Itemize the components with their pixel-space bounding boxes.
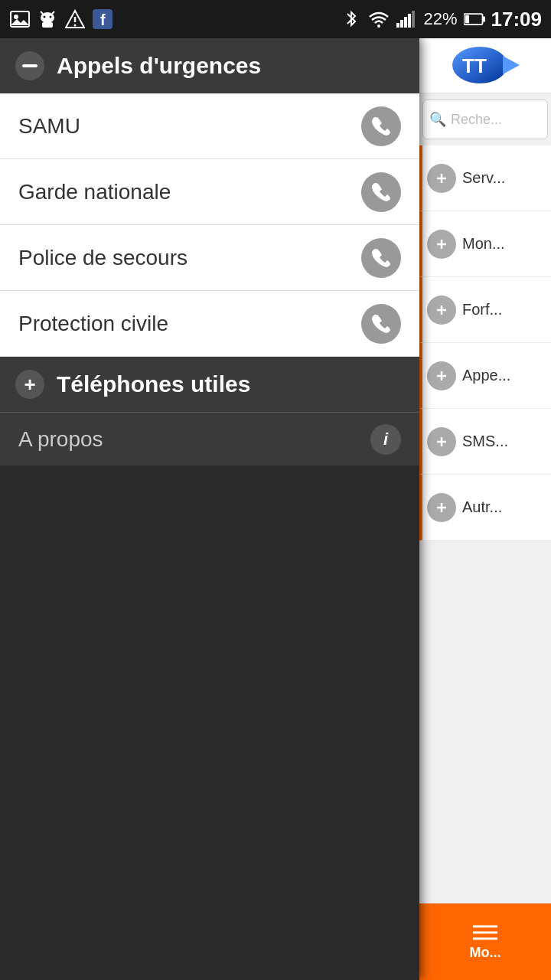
svg-rect-20 — [482, 17, 485, 22]
svg-point-1 — [14, 15, 18, 19]
svg-rect-7 — [42, 22, 53, 28]
police-secours-label: Police de secours — [18, 246, 187, 270]
svg-line-6 — [52, 11, 54, 14]
list-item-plus-icon-2 — [427, 296, 456, 325]
bluetooth-icon — [341, 8, 362, 30]
svg-point-10 — [74, 24, 77, 27]
list-item-plus-icon-5 — [427, 493, 456, 522]
tt-logo: TT — [451, 44, 520, 87]
protection-civile-item[interactable]: Protection civile — [0, 291, 419, 357]
status-bar: f — [0, 0, 551, 38]
left-panel: Appels d'urgences SAMU Garde nationale P… — [0, 38, 419, 980]
list-item-label-1: Mon... — [462, 235, 505, 253]
garde-nationale-label: Garde nationale — [18, 180, 171, 204]
telephones-utiles-plus-icon: + — [15, 370, 44, 399]
battery-icon — [464, 8, 485, 30]
collapse-icon[interactable] — [15, 51, 44, 80]
svg-rect-18 — [412, 11, 415, 28]
telephones-utiles-section[interactable]: + Téléphones utiles — [0, 357, 419, 412]
apropos-item[interactable]: A propos i — [0, 412, 419, 466]
tt-logo-area: TT — [419, 38, 551, 93]
list-item-2[interactable]: Forf... — [419, 277, 551, 343]
list-item-plus-icon-1 — [427, 230, 456, 259]
list-item-label-2: Forf... — [462, 301, 502, 318]
samu-label: SAMU — [18, 114, 80, 139]
list-item-1[interactable]: Mon... — [419, 211, 551, 277]
svg-rect-16 — [404, 17, 407, 28]
image-icon — [9, 8, 31, 30]
svg-point-13 — [377, 24, 380, 28]
info-icon: i — [370, 424, 401, 455]
svg-line-5 — [41, 11, 43, 14]
svg-rect-14 — [396, 23, 399, 28]
right-bottom-bar[interactable]: Mo... — [419, 903, 551, 980]
apropos-label: A propos — [18, 427, 103, 452]
list-item-4[interactable]: SMS... — [419, 409, 551, 475]
panel-header: Appels d'urgences — [0, 38, 419, 93]
svg-text:f: f — [100, 11, 106, 28]
list-item-label-0: Serv... — [462, 169, 505, 187]
menu-icon — [473, 923, 497, 942]
right-panel: TT 🔍 Reche... Serv... — [419, 38, 551, 980]
list-item-5[interactable]: Autr... — [419, 475, 551, 541]
empty-area — [0, 466, 419, 980]
svg-rect-17 — [408, 14, 411, 28]
list-item-label-4: SMS... — [462, 433, 508, 450]
list-item-plus-icon-4 — [427, 427, 456, 456]
protection-civile-call-button[interactable] — [361, 304, 401, 344]
list-item-plus-icon-0 — [427, 164, 456, 193]
signal-icon — [396, 8, 417, 30]
samu-item[interactable]: SAMU — [0, 93, 419, 159]
search-icon: 🔍 — [429, 111, 446, 128]
svg-point-3 — [44, 16, 46, 18]
status-icons-left: f — [9, 8, 113, 30]
facebook-icon: f — [92, 8, 113, 30]
svg-marker-24 — [503, 56, 520, 74]
bottom-bar-label: Mo... — [470, 945, 501, 961]
garde-nationale-item[interactable]: Garde nationale — [0, 159, 419, 225]
search-placeholder: Reche... — [451, 112, 502, 128]
battery-text: 22% — [423, 9, 457, 29]
svg-point-4 — [50, 16, 52, 18]
minus-icon — [22, 64, 37, 67]
garde-nationale-call-button[interactable] — [361, 172, 401, 212]
list-item-label-3: Appe... — [462, 367, 510, 384]
svg-rect-15 — [400, 20, 403, 28]
panel-header-title: Appels d'urgences — [57, 53, 261, 79]
police-secours-item[interactable]: Police de secours — [0, 225, 419, 291]
status-time: 17:09 — [491, 8, 543, 31]
wifi-icon — [368, 8, 390, 30]
status-icons-right: 22% 17:09 — [341, 8, 542, 31]
list-item-label-5: Autr... — [462, 498, 502, 516]
samu-call-button[interactable] — [361, 106, 401, 146]
svg-text:TT: TT — [462, 54, 487, 77]
main-layout: Appels d'urgences SAMU Garde nationale P… — [0, 38, 551, 980]
protection-civile-label: Protection civile — [18, 312, 168, 336]
warning-icon — [64, 8, 86, 30]
svg-rect-21 — [465, 15, 468, 24]
telephones-utiles-title: Téléphones utiles — [57, 371, 250, 397]
android-icon — [37, 8, 58, 30]
list-item-0[interactable]: Serv... — [419, 145, 551, 211]
list-item-3[interactable]: Appe... — [419, 343, 551, 409]
list-item-plus-icon-3 — [427, 361, 456, 390]
search-bar[interactable]: 🔍 Reche... — [422, 100, 548, 139]
police-secours-call-button[interactable] — [361, 238, 401, 278]
